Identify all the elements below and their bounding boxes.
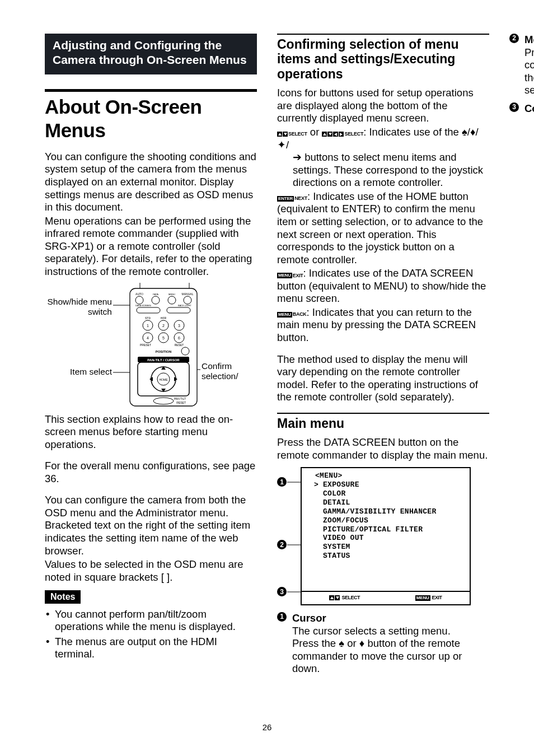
method-note: The method used to display the menu will… <box>277 353 489 404</box>
footer-select-icon: SELECT <box>329 595 360 601</box>
menu-item: GAMMA/VISIBILITY ENHANCER <box>302 507 470 516</box>
svg-text:1: 1 <box>147 324 149 328</box>
legend-1-line2: Press the ♠ or ♦ button of the remote co… <box>292 637 489 675</box>
notes-label: Notes <box>45 590 81 604</box>
banner-text: Adjusting and Configuring the Camera thr… <box>53 39 247 66</box>
remote-diagram-svg: Show/hide menu switch Item select Confir… <box>45 283 263 409</box>
svg-text:PRESET: PRESET <box>140 343 151 347</box>
notes-list: You cannot perform pan/tilt/zoom operati… <box>45 608 257 661</box>
legend-2-title: Menu items <box>524 34 534 46</box>
main-menu-heading: Main menu <box>277 416 489 431</box>
legend-3: 3 Control button display section <box>509 102 534 115</box>
menu-item: VIDEO OUT <box>302 534 470 543</box>
label-confirm: Confirm selection/ execute operation <box>202 361 263 384</box>
menu-item: PICTURE/OPTICAL FILTER <box>302 525 470 534</box>
select-4way-icon: SELECT <box>322 131 363 137</box>
menu-item: EXPOSURE <box>323 480 359 489</box>
callout-1-icon: 1 <box>277 477 287 487</box>
menu-cursor-icon: > <box>314 480 318 489</box>
legend-1: 1 Cursor The cursor selects a setting me… <box>277 612 489 675</box>
after-fig-paragraph-2: For the overall menu configurations, see… <box>45 460 257 485</box>
page-title: About On-Screen Menus <box>45 95 257 143</box>
svg-text:2: 2 <box>162 324 165 328</box>
menu-title: <MENU> <box>302 472 470 480</box>
menu-back-text: : Indicates that you can return to the m… <box>277 306 476 343</box>
title-rule <box>45 89 257 92</box>
svg-text:AUTO: AUTO <box>135 292 143 296</box>
legend-2-icon: 2 <box>509 34 519 43</box>
svg-text:PAN-TILT / CURSOR: PAN-TILT / CURSOR <box>147 358 180 362</box>
svg-text:PAN TILT: PAN TILT <box>174 397 186 400</box>
main-menu-figure: 1 2 3 <MENU> > EXPOSURE COLOR DETAIL GAM… <box>277 467 489 605</box>
arrow-right-icon: ➔ <box>293 151 302 163</box>
legend-2: 2 Menu items Press the ♠ or ♦ button of … <box>509 34 534 97</box>
svg-text:MENU: MENU <box>168 293 175 296</box>
callout-3-icon: 3 <box>277 587 287 596</box>
menu-item: DETAIL <box>302 498 470 507</box>
enter-next-text: : Indicates use of the HOME button (equi… <box>277 190 483 265</box>
remote-figure: Show/hide menu switch Item select Confir… <box>45 283 257 409</box>
menu-exit-icon: MENUEXIT <box>277 273 303 279</box>
svg-text:4: 4 <box>147 336 149 340</box>
svg-text:STD: STD <box>145 316 151 320</box>
select-2way-icon: SELECT <box>277 131 307 137</box>
svg-text:DATA: DATA <box>153 293 158 296</box>
intro-paragraph-2: Menu operations can be performed using t… <box>45 215 257 278</box>
select-text-a: : Indicates use of the <box>363 126 462 138</box>
svg-text:HOME: HOME <box>160 378 168 381</box>
page-number: 26 <box>0 722 534 732</box>
menu-item: SYSTEM <box>302 543 470 552</box>
legend-3-title: Control button display section <box>524 102 534 115</box>
svg-text:5: 5 <box>162 336 165 340</box>
label-show-hide: Show/hide menu switch <box>45 297 112 317</box>
select-text-b: buttons to select menu items and setting… <box>293 151 483 188</box>
menu-back-icon: MENUBACK <box>277 311 307 318</box>
svg-text:RESET: RESET <box>175 343 184 347</box>
svg-text:POSITION: POSITION <box>156 350 172 353</box>
footer-exit-icon: MENU EXIT <box>415 595 442 601</box>
menu-exit-text: : Indicates use of the DATA SCREEN butto… <box>277 267 486 304</box>
icon-desc-select: SELECT or SELECT : Indicates use of the … <box>277 126 489 189</box>
menu-item: STATUS <box>302 552 470 561</box>
arrow-up-icon: ♠ <box>462 126 467 138</box>
menu-item: COLOR <box>302 489 470 498</box>
legend-1-icon: 1 <box>277 612 287 622</box>
intro-paragraph-1: You can configure the shooting condition… <box>45 151 257 214</box>
after-fig-paragraph-4: Values to be selected in the OSD menu ar… <box>45 558 257 584</box>
legend-1-title: Cursor <box>292 612 489 625</box>
legend-2-body: Press the ♠ or ♦ button of the remote co… <box>524 46 534 97</box>
label-item-select: Item select <box>45 367 112 377</box>
arrow-left-icon: ✦ <box>277 139 286 151</box>
section-banner: Adjusting and Configuring the Camera thr… <box>45 34 257 74</box>
svg-text:6: 6 <box>178 336 180 340</box>
note-item: The menus are output on the HDMI termina… <box>53 636 257 661</box>
legend-3-icon: 3 <box>509 102 519 112</box>
arrow-down-icon: ♦ <box>359 637 364 649</box>
icon-desc-menu-exit: MENUEXIT : Indicates use of the DATA SCR… <box>277 267 489 305</box>
svg-text:DATA SCREEN: DATA SCREEN <box>135 304 151 307</box>
icon-desc-enter-next: ENTERNEXT : Indicates use of the HOME bu… <box>277 190 489 266</box>
icon-desc-menu-back: MENUBACK : Indicates that you can return… <box>277 306 489 344</box>
note-item: You cannot perform pan/tilt/zoom operati… <box>53 608 257 633</box>
callout-2-icon: 2 <box>277 540 287 549</box>
arrow-up-icon: ♠ <box>339 637 344 649</box>
after-fig-paragraph-1: This section explains how to read the on… <box>45 413 257 451</box>
svg-text:RESET: RESET <box>176 401 186 404</box>
menu-footer: SELECT MENU EXIT <box>302 591 470 604</box>
svg-text:BACK LIGHT: BACK LIGHT <box>178 304 191 307</box>
mainmenu-rule <box>277 413 489 414</box>
after-fig-paragraph-3: You can configure the camera from both t… <box>45 494 257 557</box>
arrow-down-icon: ♦ <box>470 126 475 138</box>
legend-1-line1: The cursor selects a setting menu. <box>292 625 489 638</box>
main-menu-intro: Press the DATA SCREEN button on the remo… <box>277 436 489 461</box>
svg-text:3: 3 <box>178 324 180 328</box>
svg-text:HFR: HFR <box>161 316 167 320</box>
menu-screen: <MENU> > EXPOSURE COLOR DETAIL GAMMA/VIS… <box>301 467 471 605</box>
menu-item: ZOOM/FOCUS <box>302 516 470 525</box>
subsection-rule <box>277 34 489 35</box>
or-word: or <box>310 126 322 138</box>
svg-text:MANUAL: MANUAL <box>182 292 194 296</box>
enter-next-icon: ENTERNEXT <box>277 195 307 202</box>
confirm-intro: Icons for buttons used for setup operati… <box>277 87 489 125</box>
confirm-heading: Confirming selection of menu items and s… <box>277 37 489 81</box>
